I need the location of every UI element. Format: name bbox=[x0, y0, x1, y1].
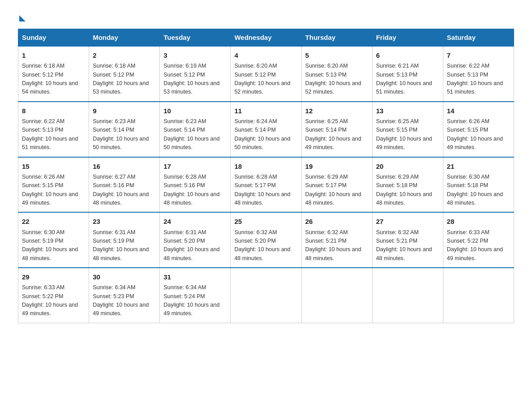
day-number: 24 bbox=[163, 216, 227, 227]
day-number: 11 bbox=[234, 106, 297, 116]
calendar-cell bbox=[443, 268, 514, 323]
col-header-wednesday: Wednesday bbox=[231, 29, 301, 47]
col-header-friday: Friday bbox=[372, 29, 443, 47]
calendar-cell: 25Sunrise: 6:32 AMSunset: 5:20 PMDayligh… bbox=[231, 212, 301, 268]
calendar-cell: 31Sunrise: 6:34 AMSunset: 5:24 PMDayligh… bbox=[160, 268, 231, 323]
week-row-2: 8Sunrise: 6:22 AMSunset: 5:13 PMDaylight… bbox=[18, 102, 514, 157]
day-number: 29 bbox=[22, 272, 85, 282]
calendar-cell: 2Sunrise: 6:18 AMSunset: 5:12 PMDaylight… bbox=[89, 46, 160, 102]
day-number: 10 bbox=[163, 106, 227, 116]
day-number: 7 bbox=[447, 50, 510, 60]
calendar-cell bbox=[231, 268, 301, 323]
week-row-3: 15Sunrise: 6:26 AMSunset: 5:15 PMDayligh… bbox=[18, 157, 514, 213]
calendar-cell: 9Sunrise: 6:23 AMSunset: 5:14 PMDaylight… bbox=[89, 102, 160, 157]
calendar-cell: 12Sunrise: 6:25 AMSunset: 5:14 PMDayligh… bbox=[301, 102, 372, 157]
calendar-cell: 7Sunrise: 6:22 AMSunset: 5:13 PMDaylight… bbox=[443, 46, 514, 102]
col-header-sunday: Sunday bbox=[18, 29, 89, 47]
calendar-cell: 27Sunrise: 6:32 AMSunset: 5:21 PMDayligh… bbox=[372, 212, 443, 268]
day-number: 5 bbox=[305, 50, 369, 60]
calendar-cell: 30Sunrise: 6:34 AMSunset: 5:23 PMDayligh… bbox=[89, 268, 160, 323]
calendar-cell: 5Sunrise: 6:20 AMSunset: 5:13 PMDaylight… bbox=[301, 46, 372, 102]
day-number: 4 bbox=[234, 50, 297, 60]
col-header-monday: Monday bbox=[89, 29, 160, 47]
week-row-4: 22Sunrise: 6:30 AMSunset: 5:19 PMDayligh… bbox=[18, 212, 514, 268]
page-header bbox=[18, 13, 514, 20]
calendar-cell: 20Sunrise: 6:29 AMSunset: 5:18 PMDayligh… bbox=[372, 157, 443, 213]
day-number: 26 bbox=[305, 216, 369, 227]
day-number: 19 bbox=[305, 161, 369, 171]
calendar-cell bbox=[301, 268, 372, 323]
calendar-table: SundayMondayTuesdayWednesdayThursdayFrid… bbox=[18, 29, 514, 323]
day-number: 18 bbox=[234, 161, 297, 171]
calendar-cell: 17Sunrise: 6:28 AMSunset: 5:16 PMDayligh… bbox=[160, 157, 231, 213]
calendar-cell bbox=[372, 268, 443, 323]
calendar-cell: 16Sunrise: 6:27 AMSunset: 5:16 PMDayligh… bbox=[89, 157, 160, 213]
calendar-cell: 6Sunrise: 6:21 AMSunset: 5:13 PMDaylight… bbox=[372, 46, 443, 102]
week-row-1: 1Sunrise: 6:18 AMSunset: 5:12 PMDaylight… bbox=[18, 46, 514, 102]
day-number: 12 bbox=[305, 106, 369, 116]
calendar-cell: 29Sunrise: 6:33 AMSunset: 5:22 PMDayligh… bbox=[18, 268, 89, 323]
day-number: 28 bbox=[447, 216, 510, 227]
day-number: 13 bbox=[376, 106, 439, 116]
calendar-cell: 28Sunrise: 6:33 AMSunset: 5:22 PMDayligh… bbox=[443, 212, 514, 268]
day-number: 20 bbox=[376, 161, 439, 171]
day-number: 2 bbox=[93, 50, 156, 60]
day-number: 17 bbox=[163, 161, 227, 171]
calendar-cell: 26Sunrise: 6:32 AMSunset: 5:21 PMDayligh… bbox=[301, 212, 372, 268]
calendar-cell: 15Sunrise: 6:26 AMSunset: 5:15 PMDayligh… bbox=[18, 157, 89, 213]
day-number: 21 bbox=[447, 161, 510, 171]
day-number: 23 bbox=[93, 216, 156, 227]
logo-arrow-icon bbox=[19, 15, 26, 21]
calendar-cell: 19Sunrise: 6:29 AMSunset: 5:17 PMDayligh… bbox=[301, 157, 372, 213]
day-number: 8 bbox=[22, 106, 85, 116]
col-header-saturday: Saturday bbox=[443, 29, 514, 47]
calendar-cell: 24Sunrise: 6:31 AMSunset: 5:20 PMDayligh… bbox=[160, 212, 231, 268]
day-number: 22 bbox=[22, 216, 85, 227]
calendar-cell: 14Sunrise: 6:26 AMSunset: 5:15 PMDayligh… bbox=[443, 102, 514, 157]
day-number: 1 bbox=[22, 50, 85, 60]
day-number: 6 bbox=[376, 50, 439, 60]
day-number: 14 bbox=[447, 106, 510, 116]
calendar-cell: 8Sunrise: 6:22 AMSunset: 5:13 PMDaylight… bbox=[18, 102, 89, 157]
calendar-cell: 23Sunrise: 6:31 AMSunset: 5:19 PMDayligh… bbox=[89, 212, 160, 268]
day-number: 15 bbox=[22, 161, 85, 171]
calendar-cell: 22Sunrise: 6:30 AMSunset: 5:19 PMDayligh… bbox=[18, 212, 89, 268]
calendar-cell: 13Sunrise: 6:25 AMSunset: 5:15 PMDayligh… bbox=[372, 102, 443, 157]
col-header-tuesday: Tuesday bbox=[160, 29, 231, 47]
logo bbox=[18, 13, 26, 20]
calendar-cell: 11Sunrise: 6:24 AMSunset: 5:14 PMDayligh… bbox=[231, 102, 301, 157]
day-number: 9 bbox=[93, 106, 156, 116]
day-number: 31 bbox=[163, 272, 227, 282]
day-number: 3 bbox=[163, 50, 227, 60]
calendar-cell: 1Sunrise: 6:18 AMSunset: 5:12 PMDaylight… bbox=[18, 46, 89, 102]
calendar-cell: 10Sunrise: 6:23 AMSunset: 5:14 PMDayligh… bbox=[160, 102, 231, 157]
calendar-cell: 18Sunrise: 6:28 AMSunset: 5:17 PMDayligh… bbox=[231, 157, 301, 213]
col-header-thursday: Thursday bbox=[301, 29, 372, 47]
week-row-5: 29Sunrise: 6:33 AMSunset: 5:22 PMDayligh… bbox=[18, 268, 514, 323]
calendar-cell: 3Sunrise: 6:19 AMSunset: 5:12 PMDaylight… bbox=[160, 46, 231, 102]
calendar-cell: 21Sunrise: 6:30 AMSunset: 5:18 PMDayligh… bbox=[443, 157, 514, 213]
day-number: 30 bbox=[93, 272, 156, 282]
day-number: 27 bbox=[376, 216, 439, 227]
day-number: 25 bbox=[234, 216, 297, 227]
day-number: 16 bbox=[93, 161, 156, 171]
calendar-cell: 4Sunrise: 6:20 AMSunset: 5:12 PMDaylight… bbox=[231, 46, 301, 102]
